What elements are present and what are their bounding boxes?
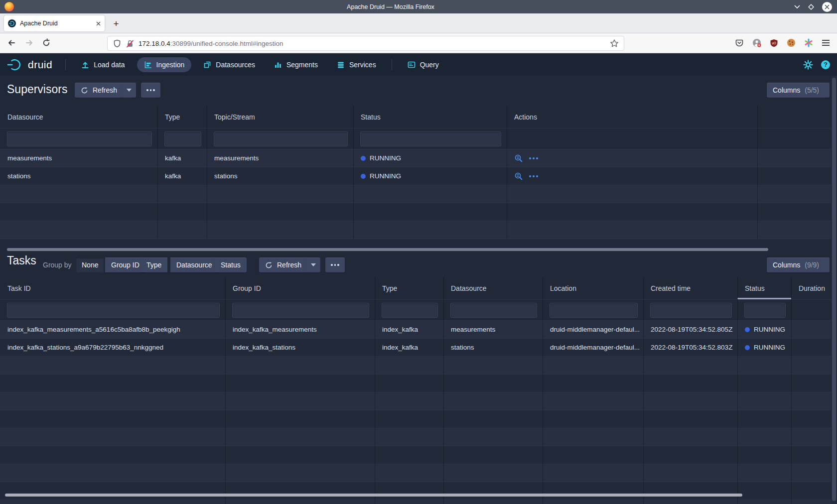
tasks-refresh-button[interactable]: Refresh bbox=[259, 257, 307, 272]
url-text[interactable]: 172.18.0.4:30899/unified-console.html#in… bbox=[139, 40, 606, 47]
window-maximize-icon[interactable] bbox=[808, 3, 815, 10]
row-actions-icon[interactable] bbox=[529, 175, 538, 177]
column-header-task-id[interactable]: Task ID bbox=[0, 277, 225, 299]
nav-item-label: Query bbox=[420, 61, 439, 69]
group-by-datasource-button[interactable]: Datasource bbox=[170, 257, 218, 272]
filter-group-id-input[interactable] bbox=[232, 303, 369, 318]
view-detail-icon[interactable] bbox=[514, 172, 523, 181]
tab-favicon-druid-icon bbox=[8, 19, 16, 27]
supervisors-horizontal-scrollbar[interactable] bbox=[7, 248, 768, 251]
tasks-table-header: Task ID Group ID Type Datasource Locatio… bbox=[0, 277, 831, 300]
supervisors-more-button[interactable] bbox=[141, 83, 160, 98]
column-header-type[interactable]: Type bbox=[375, 277, 443, 299]
tab-close-icon[interactable] bbox=[96, 21, 101, 26]
supervisors-table: Datasource Type Topic/Stream Status Acti… bbox=[0, 106, 831, 239]
filter-status-input[interactable] bbox=[744, 303, 786, 318]
nav-item-label: Ingestion bbox=[156, 61, 185, 69]
empty-row bbox=[0, 500, 831, 504]
nav-item-load-data[interactable]: Load data bbox=[74, 57, 132, 72]
filter-type-input[interactable] bbox=[382, 303, 438, 318]
column-header-type[interactable]: Type bbox=[157, 106, 207, 128]
supervisors-columns-button[interactable]: Columns (5/5) bbox=[767, 83, 830, 98]
task-row[interactable]: index_kafka_stations_a9a679b22795b63_nnk… bbox=[0, 339, 831, 357]
vertical-scrollbar[interactable] bbox=[831, 76, 837, 504]
column-header-topic-stream[interactable]: Topic/Stream bbox=[207, 106, 353, 128]
help-icon[interactable]: ? bbox=[821, 60, 830, 69]
bookmark-star-icon[interactable] bbox=[610, 39, 619, 48]
cookie-icon[interactable] bbox=[787, 38, 796, 47]
vertical-scrollbar-thumb[interactable] bbox=[832, 78, 836, 501]
settings-gear-icon[interactable] bbox=[803, 60, 813, 70]
nav-item-query[interactable]: Query bbox=[401, 57, 446, 72]
more-icon bbox=[331, 264, 339, 266]
tasks-empty-rows bbox=[0, 357, 831, 504]
filter-datasource-input[interactable] bbox=[7, 131, 152, 146]
reload-button[interactable] bbox=[42, 38, 51, 47]
cell-datasource: measurements bbox=[0, 149, 157, 167]
group-by-type-button[interactable]: Type bbox=[140, 257, 167, 272]
column-header-duration[interactable]: Duration bbox=[791, 277, 831, 299]
supervisor-row[interactable]: stations kafka stations RUNNING bbox=[0, 167, 831, 185]
tasks-columns-button[interactable]: Columns (9/9) bbox=[767, 257, 830, 272]
tasks-horizontal-scrollbar[interactable] bbox=[5, 494, 742, 497]
column-header-group-id[interactable]: Group ID bbox=[225, 277, 375, 299]
filter-type-input[interactable] bbox=[164, 131, 201, 146]
cell-actions bbox=[507, 149, 757, 167]
group-by-group-id-button[interactable]: Group ID bbox=[105, 257, 145, 272]
ublock-icon[interactable]: uO bbox=[770, 39, 778, 47]
tasks-title: Tasks bbox=[7, 254, 36, 267]
account-error-icon[interactable] bbox=[752, 38, 761, 47]
refresh-label: Refresh bbox=[93, 86, 117, 94]
tasks-more-button[interactable] bbox=[325, 257, 345, 272]
cell-datasource: stations bbox=[0, 167, 157, 185]
forward-button[interactable] bbox=[25, 38, 34, 47]
running-status-dot bbox=[361, 156, 366, 161]
window-title: Apache Druid — Mozilla Firefox bbox=[0, 3, 781, 10]
task-row[interactable]: index_kafka_measurements_a5616c5ba8afb8b… bbox=[0, 321, 831, 339]
new-tab-button[interactable]: + bbox=[110, 17, 123, 30]
window-close-icon[interactable] bbox=[822, 2, 832, 12]
columns-label: Columns bbox=[773, 86, 800, 94]
nav-item-datasources[interactable]: Datasources bbox=[196, 57, 262, 72]
group-by-status-button[interactable]: Status bbox=[215, 257, 247, 272]
browser-tab[interactable]: Apache Druid bbox=[4, 15, 105, 31]
pocket-icon[interactable] bbox=[735, 38, 744, 47]
empty-row bbox=[0, 464, 831, 482]
supervisor-row[interactable]: measurements kafka measurements RUNNING bbox=[0, 149, 831, 167]
view-detail-icon[interactable] bbox=[514, 154, 523, 163]
supervisors-refresh-button[interactable]: Refresh bbox=[75, 83, 123, 98]
running-status-dot bbox=[745, 327, 750, 332]
filter-datasource-input[interactable] bbox=[450, 303, 537, 318]
filter-created-time-input[interactable] bbox=[650, 303, 732, 318]
nav-item-segments[interactable]: Segments bbox=[267, 57, 325, 72]
filter-location-input[interactable] bbox=[550, 303, 638, 318]
row-actions-icon[interactable] bbox=[529, 157, 538, 159]
column-header-created-time[interactable]: Created time bbox=[643, 277, 737, 299]
filter-task-id-input[interactable] bbox=[7, 303, 220, 318]
column-header-datasource[interactable]: Datasource bbox=[0, 106, 157, 128]
column-header-location[interactable]: Location bbox=[543, 277, 643, 299]
nav-item-services[interactable]: Services bbox=[330, 57, 383, 72]
column-header-actions[interactable]: Actions bbox=[507, 106, 757, 128]
group-by-none-button[interactable]: None bbox=[76, 257, 104, 272]
filter-topic-stream-input[interactable] bbox=[214, 131, 348, 146]
shield-icon[interactable] bbox=[113, 39, 122, 48]
back-button[interactable] bbox=[7, 38, 16, 47]
url-bar[interactable]: 172.18.0.4:30899/unified-console.html#in… bbox=[107, 36, 624, 51]
druid-nav-bar: druid Load data Ingestion Datasources Se… bbox=[0, 53, 837, 76]
empty-row bbox=[0, 428, 831, 446]
druid-logo[interactable]: druid bbox=[7, 58, 52, 72]
window-minimize-icon[interactable] bbox=[794, 5, 800, 9]
insecure-lock-icon[interactable] bbox=[126, 39, 135, 48]
tasks-refresh-dropdown[interactable] bbox=[306, 257, 320, 272]
column-header-status-sorted[interactable]: Status bbox=[737, 277, 791, 299]
tasks-filter-row bbox=[0, 300, 831, 321]
supervisors-refresh-dropdown[interactable] bbox=[122, 83, 136, 98]
filter-status-input[interactable] bbox=[360, 131, 501, 146]
column-header-status[interactable]: Status bbox=[353, 106, 507, 128]
extension-asterisk-icon[interactable] bbox=[804, 38, 813, 47]
nav-item-label: Load data bbox=[94, 61, 125, 69]
column-header-datasource[interactable]: Datasource bbox=[443, 277, 543, 299]
menu-hamburger-icon[interactable] bbox=[822, 39, 830, 46]
nav-item-ingestion[interactable]: Ingestion bbox=[137, 57, 192, 72]
